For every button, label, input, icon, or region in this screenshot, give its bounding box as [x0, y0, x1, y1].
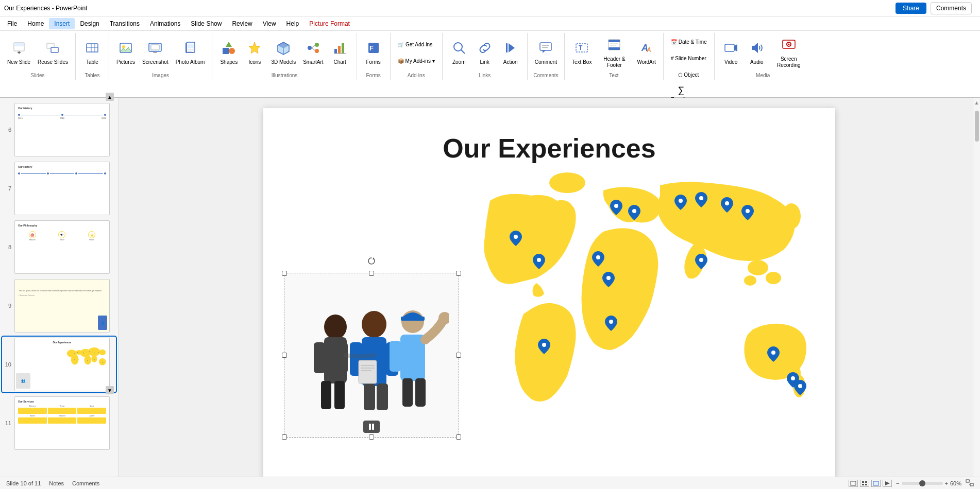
svg-point-114 [514, 235, 518, 239]
rotate-handle[interactable] [367, 257, 376, 265]
handle-tr[interactable] [456, 271, 461, 276]
svg-point-120 [609, 320, 613, 324]
comments-status[interactable]: Comments [72, 480, 99, 486]
menu-slideshow[interactable]: Slide Show [185, 18, 227, 29]
header-footer-button[interactable]: Header & Footer [596, 34, 633, 72]
video-button[interactable]: Video [719, 34, 744, 72]
get-addins-button[interactable]: 🛒 Get Add-ins [395, 37, 436, 53]
svg-point-79 [94, 359, 94, 360]
handle-ml[interactable] [282, 353, 287, 358]
fit-slide-button[interactable] [966, 479, 974, 487]
svg-rect-32 [334, 49, 337, 54]
pictures-button[interactable]: Pictures [113, 34, 138, 72]
slide-number-button[interactable]: # Slide Number [668, 50, 709, 66]
action-button[interactable]: Action [498, 34, 523, 72]
object-button[interactable]: ⬡ Object [668, 67, 709, 82]
svg-point-124 [746, 209, 750, 213]
world-map [464, 170, 815, 438]
wordart-label: WordArt [637, 59, 656, 65]
reuse-slides-button[interactable]: Reuse Slides [35, 34, 71, 72]
photo-album-button[interactable]: Photo Album [173, 34, 208, 72]
ribbon-group-illustrations-label: Illustrations [216, 73, 352, 79]
handle-bl[interactable] [282, 434, 287, 440]
slide-thumb-7[interactable]: 7 Our History [2, 161, 116, 216]
slide-thumb-6[interactable]: 6 Our History 2015 2018 2021 [2, 102, 116, 158]
slide-thumb-11[interactable]: 11 Our Services Mercury Venus Mars Satur… [2, 395, 116, 451]
comments-button[interactable]: Comments [931, 2, 972, 14]
share-button[interactable]: Share [895, 3, 926, 14]
zoom-icon [452, 41, 466, 57]
link-button[interactable]: Link [472, 34, 497, 72]
ribbon-group-comments: Comment Comments [528, 33, 565, 80]
menu-transitions[interactable]: Transitions [105, 18, 145, 29]
menu-view[interactable]: View [258, 18, 281, 29]
slide-panel-scroll-down[interactable]: ▼ [106, 386, 114, 394]
zoom-control: − + 60% [896, 480, 961, 486]
photo-album-label: Photo Album [176, 59, 205, 65]
slide-number-label: # Slide Number [671, 56, 706, 61]
menu-help[interactable]: Help [281, 18, 305, 29]
image-element[interactable] [284, 273, 459, 438]
date-time-button[interactable]: 📅 Date & Time [668, 34, 710, 49]
wordart-button[interactable]: AA WordArt [634, 34, 659, 72]
zoom-button[interactable]: Zoom [447, 34, 471, 72]
svg-rect-50 [609, 47, 620, 50]
menu-file[interactable]: File [2, 18, 22, 29]
svg-text:A: A [646, 46, 651, 54]
slide-panel-scroll-up[interactable]: ▲ [106, 93, 114, 101]
icons-button[interactable]: Icons [242, 34, 267, 72]
chart-button[interactable]: Chart [328, 34, 352, 72]
comment-button[interactable]: Comment [532, 34, 560, 72]
menu-picture-format[interactable]: Picture Format [304, 18, 355, 29]
forms-button[interactable]: F Forms [361, 34, 386, 72]
smartart-button[interactable]: SmartArt [300, 34, 326, 72]
3d-models-button[interactable]: 3D Models [268, 34, 299, 72]
handle-tm[interactable] [369, 271, 374, 276]
menu-review[interactable]: Review [227, 18, 257, 29]
slide-thumb-10[interactable]: 10 Our Experiences [2, 337, 116, 392]
zoom-out-button[interactable]: − [896, 480, 899, 486]
screen-recording-button[interactable]: Screen Recording [770, 34, 807, 72]
canvas-scrollbar: ▲ ▼ [973, 98, 980, 489]
zoom-in-button[interactable]: + [945, 480, 948, 486]
shapes-button[interactable]: Shapes [216, 34, 241, 72]
ribbon-group-forms-label: Forms [361, 73, 386, 79]
screenshot-button[interactable]: Screenshot [139, 34, 172, 72]
table-button[interactable]: Table [80, 34, 105, 72]
my-addins-label: 📦 My Add-ins ▾ [398, 58, 435, 64]
menu-animations[interactable]: Animations [145, 18, 185, 29]
screenshot-label: Screenshot [142, 59, 168, 65]
new-slide-button[interactable]: New Slide [4, 34, 33, 72]
slideshow-view-button[interactable] [883, 480, 892, 487]
normal-view-button[interactable] [849, 480, 858, 487]
slide-sorter-button[interactable] [860, 480, 869, 487]
handle-mr[interactable] [456, 353, 461, 358]
menu-home[interactable]: Home [22, 18, 49, 29]
reading-view-button[interactable] [871, 480, 881, 487]
svg-text:T: T [579, 44, 583, 51]
scroll-thumb[interactable] [975, 111, 979, 142]
menu-design[interactable]: Design [75, 18, 104, 29]
menu-insert[interactable]: Insert [49, 18, 75, 29]
zoom-slider[interactable] [902, 482, 943, 485]
scroll-up-arrow[interactable]: ▲ [974, 100, 979, 106]
zoom-slider-thumb[interactable] [919, 480, 925, 486]
slide-thumb-9[interactable]: 9 "This is a quote, words full of wisdom… [2, 278, 116, 334]
handle-br[interactable] [456, 434, 461, 440]
text-box-label: Text Box [572, 59, 592, 65]
comment-label: Comment [535, 59, 557, 65]
handle-bm[interactable] [369, 434, 374, 440]
menu-bar: File Home Insert Design Transitions Anim… [0, 16, 980, 31]
notes-button[interactable]: Notes [49, 480, 64, 486]
slide-thumb-8[interactable]: 8 Our Philosophy 🎯 Mission 👁 Vision [2, 219, 116, 275]
my-addins-button[interactable]: 📦 My Add-ins ▾ [395, 54, 438, 69]
handle-tl[interactable] [282, 271, 287, 276]
ribbon-group-comments-label: Comments [532, 73, 560, 79]
icons-label: Icons [248, 59, 261, 65]
object-label: ⬡ Object [678, 72, 699, 78]
audio-button[interactable]: Audio [745, 34, 769, 72]
wordart-icon: AA [639, 41, 654, 57]
header-footer-icon [607, 38, 621, 54]
svg-rect-6 [87, 44, 98, 52]
text-box-button[interactable]: T Text Box [569, 34, 595, 72]
